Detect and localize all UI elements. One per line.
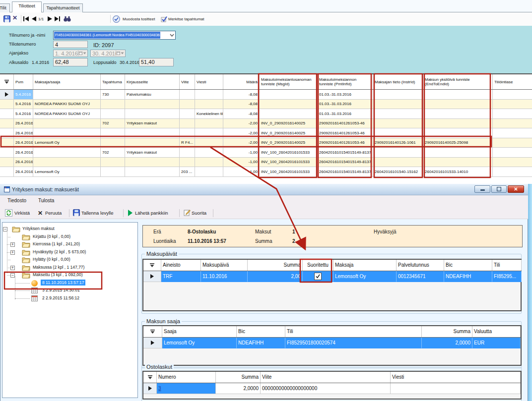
- tree-item-label[interactable]: Maksettu (3 kpl , 1 092,00): [31, 272, 84, 278]
- cell[interactable]: -1,00: [223, 158, 260, 168]
- cell[interactable]: [493, 128, 532, 138]
- cell[interactable]: Lemonsoft Oy: [33, 167, 101, 177]
- cell[interactable]: INV_100_26042016101533: [260, 167, 318, 177]
- cell[interactable]: [101, 109, 125, 119]
- cell[interactable]: 3: [157, 383, 216, 394]
- grid-row[interactable]: 26.4.2016Lemonsoft Oy203 ...-1,00INV_100…: [0, 167, 532, 177]
- tree-item[interactable]: +Maksussa (2 kpl , 1 147,77): [2, 264, 136, 272]
- menu-tiedosto[interactable]: Tiedosto: [7, 198, 26, 203]
- cell[interactable]: [423, 90, 493, 100]
- cell[interactable]: 730: [101, 90, 125, 100]
- cell[interactable]: [125, 158, 180, 168]
- tree-item-label[interactable]: Yrityksen maksut: [21, 226, 56, 231]
- cell[interactable]: [373, 148, 423, 158]
- cell[interactable]: [373, 90, 423, 100]
- grid-row[interactable]: 26.4.2016-1,00INV_100_260420161015332604…: [0, 158, 532, 168]
- tree-item[interactable]: 3 2.9.2015 14:30:01: [2, 287, 136, 295]
- cell[interactable]: [493, 138, 532, 148]
- header-cell[interactable]: Suoritettu: [303, 260, 333, 271]
- cell[interactable]: 26.4.2016: [14, 128, 33, 138]
- header-cell[interactable]: Maksutoimeksiantosanoman tunniste (MsgId…: [260, 74, 318, 89]
- cell[interactable]: 290920161401261053-46: [318, 119, 373, 129]
- cell[interactable]: Palvelumaksu: [125, 90, 180, 100]
- cell[interactable]: 11.10.2016: [201, 271, 248, 282]
- cell[interactable]: 5.4.2016: [14, 109, 33, 119]
- tree-item[interactable]: 8 11.10.2016 13:57:17: [2, 280, 136, 287]
- cell[interactable]: -8,08: [223, 109, 260, 119]
- header-cell[interactable]: Tili: [492, 260, 522, 271]
- cell[interactable]: -1,00: [223, 148, 260, 158]
- cell[interactable]: 26.4.2016: [14, 138, 33, 148]
- header-cell[interactable]: Määrä: [223, 74, 260, 89]
- cell[interactable]: 26042016101540-15162: [373, 167, 423, 177]
- ostolaskut-grid[interactable]: NumeroSummaViiteViesti32,000000000000000…: [142, 371, 522, 400]
- tree-item[interactable]: 2 2.9.2015 11:56:12: [2, 295, 136, 303]
- tree-item-label[interactable]: Hylätty (0 kpl , 0,00): [31, 256, 72, 262]
- cell[interactable]: [260, 100, 318, 110]
- header-cell[interactable]: Kirjausselite: [125, 74, 180, 89]
- cell[interactable]: [373, 158, 423, 168]
- cell[interactable]: [195, 90, 223, 100]
- tree-item-label[interactable]: 2 2.9.2015 11:56:12: [41, 295, 81, 301]
- row-selector-cell[interactable]: [0, 90, 14, 100]
- cell[interactable]: [195, 100, 223, 110]
- cell[interactable]: NDEAFIHH: [444, 271, 492, 282]
- cell[interactable]: TRF: [161, 271, 201, 282]
- cell[interactable]: -2,00: [223, 128, 260, 138]
- statement-no-field[interactable]: 4: [53, 41, 88, 48]
- cell[interactable]: 2,0000: [422, 338, 472, 348]
- cell[interactable]: NORDEA PANKKI SUOMI OYJ: [33, 109, 101, 119]
- start-balance-field[interactable]: 62,48: [53, 58, 88, 66]
- header-cell[interactable]: Tapahtuma: [101, 74, 125, 89]
- cell[interactable]: Lemonsoft Oy: [333, 271, 397, 282]
- header-cell[interactable]: Maksajan tieto (InstrId): [373, 74, 423, 89]
- header-cell[interactable]: Viesti: [195, 74, 223, 89]
- header-cell[interactable]: [143, 372, 157, 383]
- cell[interactable]: [493, 119, 532, 129]
- cell[interactable]: [33, 90, 101, 100]
- cell[interactable]: [493, 148, 532, 158]
- cell[interactable]: [195, 158, 223, 168]
- cell[interactable]: Lemonsoft Oy: [162, 338, 237, 348]
- cell[interactable]: FI85295...: [492, 271, 522, 282]
- grid-row[interactable]: 5.4.2016730Palvelumaksu-8,0801.03.-31.03…: [0, 90, 532, 100]
- tab-tapahtumaotteet[interactable]: Tapahtumaotteet: [43, 3, 83, 12]
- cell[interactable]: [33, 158, 101, 168]
- tree-item-label[interactable]: Kierrossa (1 kpl , 241,20): [31, 241, 81, 247]
- header-cell[interactable]: Maksun yksilöivä tunniste (EndToEndId): [423, 74, 493, 89]
- row-selector-cell[interactable]: [0, 100, 14, 110]
- header-cell[interactable]: Viite: [261, 372, 391, 383]
- grid-row[interactable]: 32,000000000000000000000000: [143, 383, 521, 394]
- close-button[interactable]: ✕: [508, 185, 524, 193]
- cell[interactable]: [303, 271, 333, 282]
- payment-window-titlebar[interactable]: Yrityksen maksut: maksuerät ✕: [0, 184, 528, 195]
- cell[interactable]: 00000000000000000000: [261, 383, 391, 394]
- cell[interactable]: 0012345671: [397, 271, 444, 282]
- cell[interactable]: [101, 128, 125, 138]
- cell[interactable]: [373, 109, 423, 119]
- header-cell[interactable]: Maksaja/saaja: [33, 74, 101, 89]
- nav-next-icon[interactable]: [48, 16, 52, 22]
- header-cell[interactable]: Valuutta: [472, 326, 521, 337]
- cell[interactable]: 2604201610154015149-8137: [318, 158, 373, 168]
- cell[interactable]: [101, 167, 125, 177]
- delete-icon[interactable]: ✕: [12, 14, 17, 21]
- cell[interactable]: [423, 100, 493, 110]
- cell[interactable]: 290920161401261053-46: [318, 128, 373, 138]
- header-cell[interactable]: Bic: [237, 326, 285, 337]
- tree-item[interactable]: +Kierrossa (1 kpl , 241,20): [2, 241, 136, 249]
- cell[interactable]: 29092016140025-25098: [423, 138, 493, 148]
- virkista-label[interactable]: Virkistä: [14, 210, 30, 216]
- header-cell[interactable]: Summa: [422, 326, 472, 337]
- header-cell[interactable]: Tiliöintiase: [493, 74, 532, 89]
- header-cell[interactable]: [143, 260, 161, 271]
- cell[interactable]: [493, 90, 532, 100]
- save-icon[interactable]: [3, 15, 10, 23]
- cell[interactable]: [125, 100, 180, 110]
- cell[interactable]: [391, 383, 521, 394]
- header-cell[interactable]: Bic: [444, 260, 492, 271]
- cell[interactable]: [195, 119, 223, 129]
- cell[interactable]: EUR: [472, 338, 521, 348]
- cell[interactable]: [125, 109, 180, 119]
- end-balance-field[interactable]: 51,40: [139, 58, 174, 66]
